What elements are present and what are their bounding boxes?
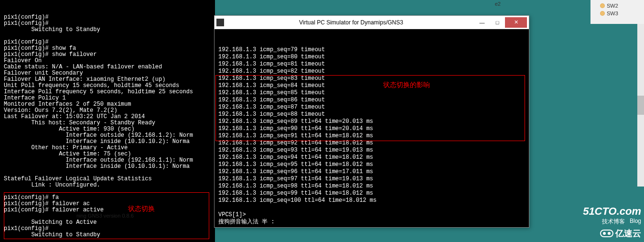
tree-item-sw3[interactable]: SW3 bbox=[592, 10, 642, 17]
maximize-button[interactable]: □ bbox=[490, 17, 505, 28]
logo-51cto: 51CTO.com bbox=[583, 205, 641, 218]
pix-terminal[interactable]: pix1(config)# pix1(config)# Switching to… bbox=[0, 0, 215, 242]
vpc-window: Virtual PC Simulator for Dynamips/GNS3 —… bbox=[214, 15, 529, 228]
switch-icon bbox=[600, 3, 605, 8]
logo-sub1: 技术博客 bbox=[602, 218, 625, 226]
highlight-label-status-switch: 状态切换 bbox=[128, 205, 155, 213]
tree-label: SW2 bbox=[607, 3, 618, 9]
watermark-logo: 51CTO.com 技术博客 Blog 亿速云 bbox=[583, 205, 641, 239]
scrollbar-thumb[interactable] bbox=[637, 96, 644, 115]
tree-scrollbar[interactable] bbox=[637, 24, 644, 187]
tree-item-sw2[interactable]: SW2 bbox=[592, 2, 642, 10]
vpc-app-icon bbox=[216, 19, 224, 26]
close-button[interactable]: ✕ bbox=[505, 17, 527, 28]
yisu-icon bbox=[600, 230, 613, 237]
minimize-button[interactable]: — bbox=[474, 17, 490, 28]
vpc-titlebar[interactable]: Virtual PC Simulator for Dynamips/GNS3 —… bbox=[215, 16, 529, 29]
topology-tree: SW2 SW3 bbox=[590, 0, 644, 24]
e2-interface-label: e2 bbox=[495, 1, 501, 7]
logo-yisu-text: 亿速云 bbox=[615, 228, 641, 239]
gns-watermark: ning GNS3 version 0.8.6 Project. bbox=[76, 213, 134, 224]
vpc-output: 192.168.1.3 icmp_seq=79 timeout 192.168.… bbox=[218, 46, 525, 226]
switch-icon bbox=[600, 11, 605, 16]
vpc-title: Virtual PC Simulator for Dynamips/GNS3 bbox=[228, 19, 474, 26]
vpc-terminal[interactable]: 192.168.1.3 icmp_seq=79 timeout 192.168.… bbox=[215, 29, 529, 227]
terminal-output: pix1(config)# pix1(config)# Switching to… bbox=[4, 14, 211, 242]
logo-sub2: Blog bbox=[630, 218, 641, 226]
tree-label: SW3 bbox=[607, 11, 618, 16]
window-controls: — □ ✕ bbox=[474, 17, 527, 28]
